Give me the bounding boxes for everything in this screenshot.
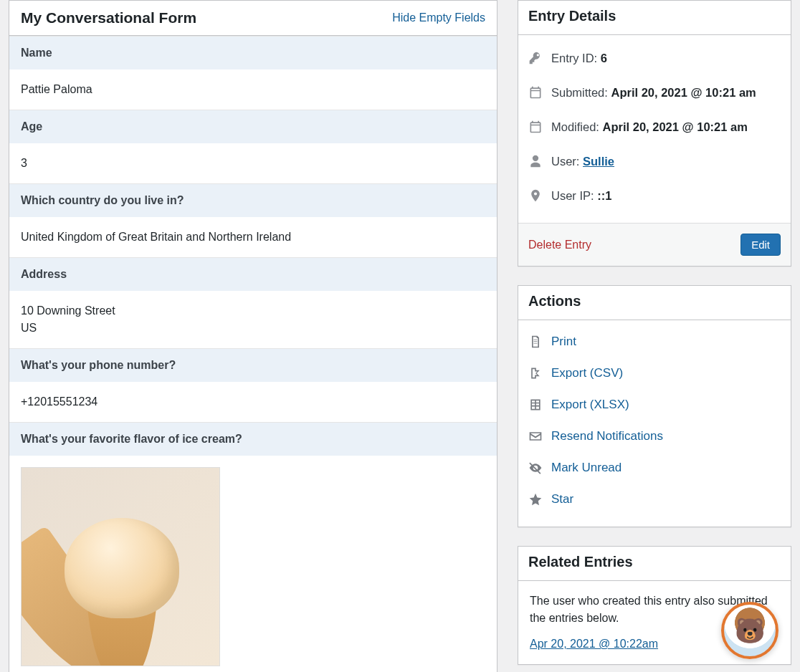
entry-details-title: Entry Details bbox=[518, 1, 791, 35]
field-label-address: Address bbox=[9, 257, 497, 291]
form-entry-panel: My Conversational Form Hide Empty Fields… bbox=[9, 0, 497, 672]
export-xlsx-link[interactable]: Export (XLSX) bbox=[551, 398, 629, 412]
related-entry-link[interactable]: Apr 20, 2021 @ 10:22am bbox=[530, 635, 658, 653]
export-csv-link[interactable]: Export (CSV) bbox=[551, 366, 623, 380]
field-value-country: United Kingdom of Great Britain and Nort… bbox=[9, 217, 497, 257]
eye-off-icon bbox=[528, 461, 543, 475]
entry-id-row: Entry ID: 6 bbox=[528, 41, 781, 75]
related-title: Related Entries bbox=[518, 547, 791, 581]
location-icon bbox=[528, 188, 543, 203]
entry-details-footer: Delete Entry Edit bbox=[518, 223, 791, 266]
field-label-flavor: What's your favorite flavor of ice cream… bbox=[9, 422, 497, 456]
modified-row: Modified: April 20, 2021 @ 10:21 am bbox=[528, 110, 781, 144]
field-value-name: Pattie Paloma bbox=[9, 69, 497, 110]
action-export-csv: Export (CSV) bbox=[528, 357, 781, 389]
submitted-row: Submitted: April 20, 2021 @ 10:21 am bbox=[528, 75, 781, 110]
resend-link[interactable]: Resend Notifications bbox=[551, 429, 663, 443]
mark-unread-link[interactable]: Mark Unread bbox=[551, 461, 622, 475]
address-line-1: 10 Downing Street bbox=[21, 302, 485, 320]
field-label-age: Age bbox=[9, 110, 497, 143]
ip-row: User IP: ::1 bbox=[528, 178, 781, 213]
action-export-xlsx: Export (XLSX) bbox=[528, 389, 781, 421]
calendar-icon bbox=[528, 85, 543, 100]
user-link[interactable]: Sullie bbox=[583, 155, 614, 168]
hide-empty-fields-link[interactable]: Hide Empty Fields bbox=[392, 11, 485, 24]
form-panel-header: My Conversational Form Hide Empty Fields bbox=[9, 1, 497, 36]
form-title: My Conversational Form bbox=[21, 9, 196, 27]
mail-icon bbox=[528, 429, 543, 443]
action-star: Star bbox=[528, 484, 781, 515]
entry-details-panel: Entry Details Entry ID: 6 Submitted: Apr… bbox=[518, 0, 791, 267]
user-icon bbox=[528, 154, 543, 168]
user-row: User: Sullie bbox=[528, 144, 781, 178]
submitted-label: Submitted: bbox=[551, 86, 611, 99]
export-icon bbox=[528, 366, 543, 380]
action-resend: Resend Notifications bbox=[528, 421, 781, 452]
entry-id-label: Entry ID: bbox=[551, 52, 601, 64]
address-line-2: US bbox=[21, 320, 485, 337]
flavor-image[interactable] bbox=[21, 467, 220, 666]
modified-value: April 20, 2021 @ 10:21 am bbox=[603, 120, 748, 133]
document-icon bbox=[528, 335, 543, 349]
field-label-country: Which country do you live in? bbox=[9, 183, 497, 217]
field-value-age: 3 bbox=[9, 143, 497, 183]
delete-entry-link[interactable]: Delete Entry bbox=[528, 239, 591, 251]
field-value-address: 10 Downing Street US bbox=[9, 291, 497, 348]
calendar-icon bbox=[528, 120, 543, 134]
actions-panel: Actions Print Export (CSV) Export (XLSX)… bbox=[518, 285, 791, 527]
action-mark-unread: Mark Unread bbox=[528, 452, 781, 484]
field-label-name: Name bbox=[9, 36, 497, 69]
submitted-value: April 20, 2021 @ 10:21 am bbox=[611, 86, 756, 99]
action-print: Print bbox=[528, 326, 781, 357]
field-value-phone: +12015551234 bbox=[9, 382, 497, 422]
help-avatar-bubble[interactable]: 🐻 bbox=[721, 602, 778, 659]
star-link[interactable]: Star bbox=[551, 492, 573, 507]
user-label: User: bbox=[551, 155, 583, 168]
ip-label: User IP: bbox=[551, 189, 597, 202]
modified-label: Modified: bbox=[551, 120, 603, 133]
print-link[interactable]: Print bbox=[551, 335, 576, 349]
spreadsheet-icon bbox=[528, 398, 543, 412]
entry-id-value: 6 bbox=[601, 52, 607, 64]
field-value-flavor: Vanilla bbox=[9, 456, 497, 672]
edit-button[interactable]: Edit bbox=[741, 234, 781, 256]
actions-title: Actions bbox=[518, 286, 791, 320]
star-icon bbox=[528, 492, 543, 507]
key-icon bbox=[528, 51, 543, 65]
field-label-phone: What's your phone number? bbox=[9, 348, 497, 382]
ip-value: ::1 bbox=[597, 189, 611, 202]
